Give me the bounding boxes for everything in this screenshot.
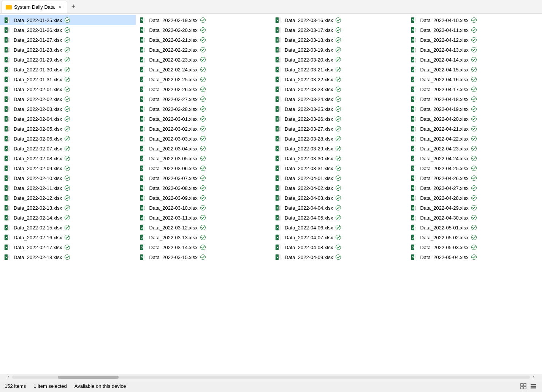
- list-item[interactable]: X Data_2022-03-23.xlsx: [271, 84, 407, 94]
- list-item[interactable]: X Data_2022-02-24.xlsx: [136, 65, 271, 74]
- list-item[interactable]: X Data_2022-03-12.xlsx: [136, 223, 271, 232]
- list-item[interactable]: X Data_2022-03-25.xlsx: [271, 104, 407, 114]
- list-item[interactable]: X Data_2022-03-30.xlsx: [271, 153, 407, 163]
- list-item[interactable]: X Data_2022-04-08.xlsx: [271, 242, 407, 252]
- list-item[interactable]: X Data_2022-03-28.xlsx: [271, 134, 407, 144]
- list-item[interactable]: X Data_2022-02-13.xlsx: [0, 203, 136, 213]
- list-item[interactable]: X Data_2022-04-05.xlsx: [271, 213, 407, 223]
- list-item[interactable]: X Data_2022-04-14.xlsx: [407, 55, 542, 65]
- list-item[interactable]: X Data_2022-05-02.xlsx: [407, 232, 542, 242]
- list-item[interactable]: X Data_2022-02-12.xlsx: [0, 193, 136, 203]
- list-item[interactable]: X Data_2022-01-27.xlsx: [0, 35, 136, 45]
- scroll-right-arrow[interactable]: ›: [530, 374, 537, 380]
- list-item[interactable]: X Data_2022-04-25.xlsx: [407, 163, 542, 173]
- list-item[interactable]: X Data_2022-02-06.xlsx: [0, 134, 136, 144]
- list-item[interactable]: X Data_2022-01-29.xlsx: [0, 55, 136, 65]
- list-item[interactable]: X Data_2022-02-27.xlsx: [136, 94, 271, 104]
- list-item[interactable]: X Data_2022-03-02.xlsx: [136, 124, 271, 134]
- list-item[interactable]: X Data_2022-03-10.xlsx: [136, 203, 271, 213]
- list-item[interactable]: X Data_2022-02-03.xlsx: [0, 104, 136, 114]
- list-item[interactable]: X Data_2022-02-07.xlsx: [0, 144, 136, 153]
- new-tab-button[interactable]: +: [68, 2, 79, 12]
- list-item[interactable]: X Data_2022-03-03.xlsx: [136, 134, 271, 144]
- list-item[interactable]: X Data_2022-03-20.xlsx: [271, 55, 407, 65]
- list-item[interactable]: X Data_2022-04-09.xlsx: [271, 252, 407, 262]
- list-item[interactable]: X Data_2022-02-08.xlsx: [0, 153, 136, 163]
- list-item[interactable]: X Data_2022-01-26.xlsx: [0, 25, 136, 35]
- list-item[interactable]: X Data_2022-03-08.xlsx: [136, 183, 271, 193]
- list-item[interactable]: X Data_2022-01-25.xlsx: [0, 15, 136, 25]
- list-item[interactable]: X Data_2022-03-31.xlsx: [271, 163, 407, 173]
- list-item[interactable]: X Data_2022-03-05.xlsx: [136, 153, 271, 163]
- list-item[interactable]: X Data_2022-04-10.xlsx: [407, 15, 542, 25]
- list-item[interactable]: X Data_2022-02-28.xlsx: [136, 104, 271, 114]
- list-item[interactable]: X Data_2022-03-09.xlsx: [136, 193, 271, 203]
- list-item[interactable]: X Data_2022-04-01.xlsx: [271, 173, 407, 183]
- list-item[interactable]: X Data_2022-03-04.xlsx: [136, 144, 271, 153]
- list-item[interactable]: X Data_2022-02-15.xlsx: [0, 223, 136, 232]
- list-view-button[interactable]: [529, 382, 537, 390]
- list-item[interactable]: X Data_2022-04-11.xlsx: [407, 25, 542, 35]
- list-item[interactable]: X Data_2022-02-17.xlsx: [0, 242, 136, 252]
- list-item[interactable]: X Data_2022-03-16.xlsx: [271, 15, 407, 25]
- list-item[interactable]: X Data_2022-04-02.xlsx: [271, 183, 407, 193]
- scroll-thumb[interactable]: [58, 376, 119, 379]
- list-item[interactable]: X Data_2022-03-11.xlsx: [136, 213, 271, 223]
- list-item[interactable]: X Data_2022-05-03.xlsx: [407, 242, 542, 252]
- list-item[interactable]: X Data_2022-03-21.xlsx: [271, 65, 407, 74]
- grid-view-button[interactable]: [519, 382, 528, 390]
- list-item[interactable]: X Data_2022-02-22.xlsx: [136, 45, 271, 55]
- list-item[interactable]: X Data_2022-04-24.xlsx: [407, 153, 542, 163]
- list-item[interactable]: X Data_2022-02-01.xlsx: [0, 84, 136, 94]
- list-item[interactable]: X Data_2022-04-13.xlsx: [407, 45, 542, 55]
- list-item[interactable]: X Data_2022-03-07.xlsx: [136, 173, 271, 183]
- tab-close-button[interactable]: ✕: [57, 4, 63, 10]
- list-item[interactable]: X Data_2022-04-17.xlsx: [407, 84, 542, 94]
- list-item[interactable]: X Data_2022-03-18.xlsx: [271, 35, 407, 45]
- list-item[interactable]: X Data_2022-02-11.xlsx: [0, 183, 136, 193]
- list-item[interactable]: X Data_2022-02-21.xlsx: [136, 35, 271, 45]
- list-item[interactable]: X Data_2022-02-23.xlsx: [136, 55, 271, 65]
- list-item[interactable]: X Data_2022-04-28.xlsx: [407, 193, 542, 203]
- list-item[interactable]: X Data_2022-04-20.xlsx: [407, 114, 542, 124]
- list-item[interactable]: X Data_2022-02-04.xlsx: [0, 114, 136, 124]
- list-item[interactable]: X Data_2022-02-09.xlsx: [0, 163, 136, 173]
- list-item[interactable]: X Data_2022-03-17.xlsx: [271, 25, 407, 35]
- horizontal-scrollbar[interactable]: ‹ ›: [0, 374, 542, 380]
- list-item[interactable]: X Data_2022-04-07.xlsx: [271, 232, 407, 242]
- list-item[interactable]: X Data_2022-04-27.xlsx: [407, 183, 542, 193]
- list-item[interactable]: X Data_2022-01-30.xlsx: [0, 65, 136, 74]
- list-item[interactable]: X Data_2022-05-04.xlsx: [407, 252, 542, 262]
- list-item[interactable]: X Data_2022-03-14.xlsx: [136, 242, 271, 252]
- list-item[interactable]: X Data_2022-04-29.xlsx: [407, 203, 542, 213]
- list-item[interactable]: X Data_2022-02-19.xlsx: [136, 15, 271, 25]
- list-item[interactable]: X Data_2022-04-06.xlsx: [271, 223, 407, 232]
- list-item[interactable]: X Data_2022-02-14.xlsx: [0, 213, 136, 223]
- list-item[interactable]: X Data_2022-04-21.xlsx: [407, 124, 542, 134]
- scroll-left-arrow[interactable]: ‹: [5, 374, 12, 380]
- list-item[interactable]: X Data_2022-02-20.xlsx: [136, 25, 271, 35]
- list-item[interactable]: X Data_2022-02-02.xlsx: [0, 94, 136, 104]
- list-item[interactable]: X Data_2022-02-18.xlsx: [0, 252, 136, 262]
- list-item[interactable]: X Data_2022-04-03.xlsx: [271, 193, 407, 203]
- list-item[interactable]: X Data_2022-02-10.xlsx: [0, 173, 136, 183]
- list-item[interactable]: X Data_2022-04-15.xlsx: [407, 65, 542, 74]
- list-item[interactable]: X Data_2022-04-12.xlsx: [407, 35, 542, 45]
- list-item[interactable]: X Data_2022-04-30.xlsx: [407, 213, 542, 223]
- list-item[interactable]: X Data_2022-01-28.xlsx: [0, 45, 136, 55]
- list-item[interactable]: X Data_2022-03-06.xlsx: [136, 163, 271, 173]
- list-item[interactable]: X Data_2022-03-24.xlsx: [271, 94, 407, 104]
- list-item[interactable]: X Data_2022-04-04.xlsx: [271, 203, 407, 213]
- list-item[interactable]: X Data_2022-04-16.xlsx: [407, 74, 542, 84]
- list-item[interactable]: X Data_2022-03-01.xlsx: [136, 114, 271, 124]
- list-item[interactable]: X Data_2022-03-26.xlsx: [271, 114, 407, 124]
- list-item[interactable]: X Data_2022-02-25.xlsx: [136, 74, 271, 84]
- list-item[interactable]: X Data_2022-04-19.xlsx: [407, 104, 542, 114]
- list-item[interactable]: X Data_2022-03-27.xlsx: [271, 124, 407, 134]
- list-item[interactable]: X Data_2022-05-01.xlsx: [407, 223, 542, 232]
- list-item[interactable]: X Data_2022-01-31.xlsx: [0, 74, 136, 84]
- list-item[interactable]: X Data_2022-04-18.xlsx: [407, 94, 542, 104]
- list-item[interactable]: X Data_2022-04-26.xlsx: [407, 173, 542, 183]
- tab-system-daily-data[interactable]: System Daily Data ✕: [2, 1, 67, 13]
- list-item[interactable]: X Data_2022-03-13.xlsx: [136, 232, 271, 242]
